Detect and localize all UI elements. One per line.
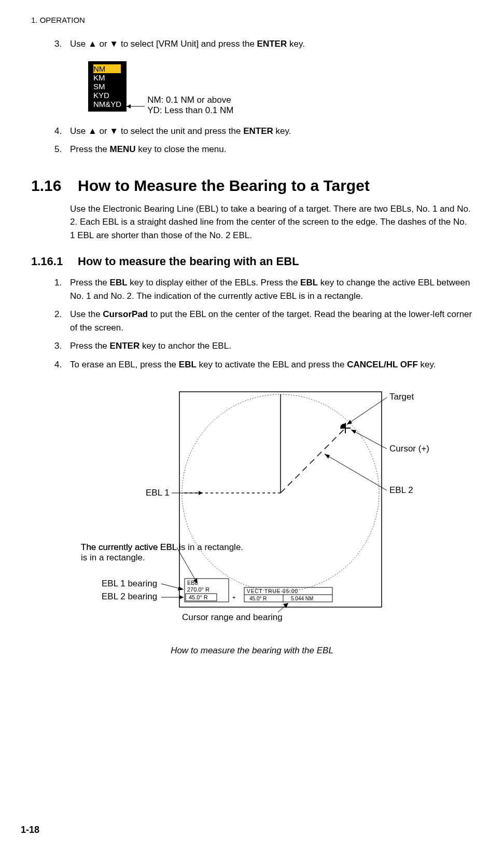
menu-item-sm: SM: [93, 82, 121, 91]
svg-text:The currently active EBL: The currently active EBL: [81, 542, 177, 552]
svg-text:5.044 NM: 5.044 NM: [291, 596, 313, 601]
svg-marker-44: [179, 595, 184, 599]
figure-caption: How to measure the bearing with the EBL: [31, 646, 473, 656]
svg-text:270.0° R: 270.0° R: [187, 586, 209, 593]
svg-text:Cursor range and bearing: Cursor range and bearing: [182, 612, 283, 622]
svg-marker-24: [347, 420, 352, 424]
svg-text:is in a rectangle.: is in a rectangle.: [81, 553, 145, 562]
ebl-step-3: 3.Press the ENTER key to anchor the EBL.: [70, 339, 473, 353]
ebl-step-4: 4.To erase an EBL, press the EBL key to …: [70, 358, 473, 372]
ebl-diagram: EBL 270.0° R 45.0° R + VECT TRUE 05:00 4…: [31, 379, 473, 656]
step-5: 5.Press the MENU key to close the menu.: [70, 143, 473, 156]
vrm-unit-menu: NM KM SM KYD NM&YD: [88, 61, 127, 112]
ebl-step-2: 2.Use the CursorPad to put the EBL on th…: [70, 308, 473, 334]
svg-text:EBL 1 bearing: EBL 1 bearing: [102, 579, 157, 588]
svg-marker-33: [199, 491, 203, 495]
menu-item-nm: NM: [93, 64, 121, 73]
step-num: 3.: [54, 37, 70, 51]
svg-text:45.0° R: 45.0° R: [249, 596, 267, 601]
svg-text:EBL 1: EBL 1: [146, 488, 170, 498]
svg-line-29: [325, 454, 387, 490]
svg-text:Target: Target: [389, 392, 414, 402]
svg-marker-41: [178, 586, 184, 591]
step-3: 3.Use ▲ or ▼ to select [VRM Unit] and pr…: [70, 37, 473, 51]
svg-text:EBL 2: EBL 2: [389, 485, 413, 495]
section-heading: 1.16How to Measure the Bearing to a Targ…: [31, 177, 473, 195]
menu-note: NM: 0.1 NM or above YD: Less than 0.1 NM: [147, 95, 233, 116]
subsection-heading: 1.16.1How to measure the bearing with an…: [31, 255, 473, 268]
step-4: 4.Use ▲ or ▼ to select the unit and pres…: [70, 125, 473, 138]
svg-text:45.0° R: 45.0° R: [189, 594, 208, 600]
svg-text:VECT  TRUE   05:00: VECT TRUE 05:00: [247, 588, 298, 594]
page-number: 1-18: [21, 825, 39, 835]
svg-line-23: [347, 397, 387, 424]
chapter-header: 1. OPERATION: [31, 16, 473, 24]
ebl-step-1: 1.Press the EBL key to display either of…: [70, 276, 473, 303]
arrow-icon: [127, 101, 147, 112]
menu-item-km: KM: [93, 73, 121, 82]
step-num: 4.: [54, 125, 70, 138]
svg-text:EBL 2 bearing: EBL 2 bearing: [102, 592, 157, 601]
svg-marker-1: [127, 104, 131, 108]
svg-text:+: +: [232, 594, 235, 600]
svg-marker-27: [351, 430, 356, 434]
svg-marker-30: [325, 454, 330, 459]
svg-text:Cursor (+): Cursor (+): [389, 444, 429, 454]
step-num: 5.: [54, 143, 70, 156]
section-para: Use the Electronic Bearing Line (EBL) to…: [70, 202, 473, 242]
menu-item-kyd: KYD: [93, 91, 121, 100]
menu-item-nmyd: NM&YD: [93, 100, 121, 108]
